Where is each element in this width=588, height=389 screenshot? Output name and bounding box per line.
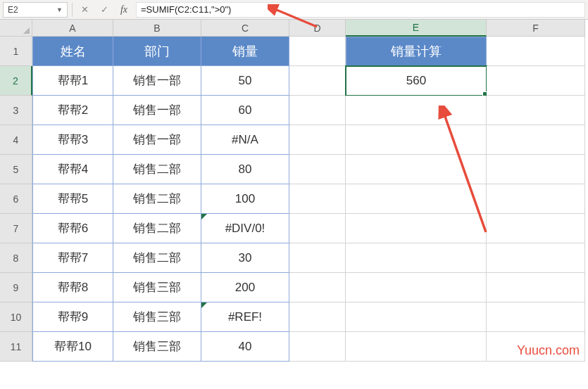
cell-C4[interactable]: #N/A: [201, 125, 289, 155]
enter-icon[interactable]: ✓: [96, 2, 112, 18]
table-row: 6帮帮5销售二部100: [0, 184, 588, 214]
separator: [72, 3, 73, 17]
cell-B6[interactable]: 销售二部: [113, 184, 201, 214]
cell-B8[interactable]: 销售二部: [113, 243, 201, 273]
cell-F8[interactable]: [487, 243, 585, 273]
cell-A6[interactable]: 帮帮5: [32, 184, 113, 214]
cell-D9[interactable]: [289, 273, 346, 302]
cell-E7[interactable]: [346, 214, 487, 243]
spreadsheet-grid: ABCDEF 1姓名部门销量销量计算2帮帮1销售一部505603帮帮2销售一部6…: [0, 20, 588, 362]
column-header-F[interactable]: F: [487, 20, 585, 37]
cell-E5[interactable]: [346, 155, 487, 184]
cell-E6[interactable]: [346, 184, 487, 214]
cell-D4[interactable]: [289, 125, 346, 155]
cell-C3[interactable]: 60: [201, 96, 289, 125]
cell-A10[interactable]: 帮帮9: [32, 302, 113, 332]
formula-bar: E2 ▼ ✕ ✓ fx =SUMIF(C2:C11,">0"): [0, 0, 588, 20]
cell-C2[interactable]: 50: [201, 66, 289, 96]
row-header-7[interactable]: 7: [0, 214, 32, 243]
row-header-6[interactable]: 6: [0, 184, 32, 214]
cell-D1[interactable]: [289, 37, 346, 66]
cell-D7[interactable]: [289, 214, 346, 243]
row-header-2[interactable]: 2: [0, 66, 32, 96]
cell-D2[interactable]: [289, 66, 346, 96]
cell-B5[interactable]: 销售二部: [113, 155, 201, 184]
column-header-B[interactable]: B: [113, 20, 201, 37]
cell-C9[interactable]: 200: [201, 273, 289, 302]
cell-D3[interactable]: [289, 96, 346, 125]
cell-C1[interactable]: 销量: [201, 37, 289, 66]
cell-A3[interactable]: 帮帮2: [32, 96, 113, 125]
cell-E8[interactable]: [346, 243, 487, 273]
cell-A4[interactable]: 帮帮3: [32, 125, 113, 155]
cell-E4[interactable]: [346, 125, 487, 155]
formula-input[interactable]: =SUMIF(C2:C11,">0"): [136, 2, 585, 18]
cell-B11[interactable]: 销售三部: [113, 332, 201, 362]
cell-B1[interactable]: 部门: [113, 37, 201, 66]
row-header-11[interactable]: 11: [0, 332, 32, 362]
cell-E11[interactable]: [346, 332, 487, 362]
cell-A8[interactable]: 帮帮7: [32, 243, 113, 273]
table-row: 1姓名部门销量销量计算: [0, 37, 588, 66]
cell-D6[interactable]: [289, 184, 346, 214]
cancel-icon[interactable]: ✕: [77, 2, 92, 18]
table-row: 5帮帮4销售二部80: [0, 155, 588, 184]
row-header-5[interactable]: 5: [0, 155, 32, 184]
cell-F2[interactable]: [487, 66, 585, 96]
row-header-1[interactable]: 1: [0, 37, 32, 66]
table-row: 9帮帮8销售三部200: [0, 273, 588, 302]
cell-F7[interactable]: [487, 214, 585, 243]
cell-F9[interactable]: [487, 273, 585, 302]
cell-E10[interactable]: [346, 302, 487, 332]
cell-F6[interactable]: [487, 184, 585, 214]
select-all-corner[interactable]: [0, 20, 32, 37]
cell-D11[interactable]: [289, 332, 346, 362]
cell-F5[interactable]: [487, 155, 585, 184]
row-header-9[interactable]: 9: [0, 273, 32, 302]
cell-A5[interactable]: 帮帮4: [32, 155, 113, 184]
chevron-down-icon[interactable]: ▼: [56, 6, 63, 13]
cell-F10[interactable]: [487, 302, 585, 332]
cell-E2[interactable]: 560: [346, 66, 487, 96]
column-header-A[interactable]: A: [32, 20, 113, 37]
cell-C11[interactable]: 40: [201, 332, 289, 362]
cell-A7[interactable]: 帮帮6: [32, 214, 113, 243]
cell-D8[interactable]: [289, 243, 346, 273]
cell-F3[interactable]: [487, 96, 585, 125]
cell-C10[interactable]: #REF!: [201, 302, 289, 332]
cell-B3[interactable]: 销售一部: [113, 96, 201, 125]
cell-F1[interactable]: [487, 37, 585, 66]
row-header-8[interactable]: 8: [0, 243, 32, 273]
cell-C6[interactable]: 100: [201, 184, 289, 214]
row-header-10[interactable]: 10: [0, 302, 32, 332]
table-row: 3帮帮2销售一部60: [0, 96, 588, 125]
cell-A9[interactable]: 帮帮8: [32, 273, 113, 302]
column-header-E[interactable]: E: [346, 20, 487, 37]
cell-A2[interactable]: 帮帮1: [32, 66, 113, 96]
table-row: 10帮帮9销售三部#REF!: [0, 302, 588, 332]
cell-D5[interactable]: [289, 155, 346, 184]
cell-E1[interactable]: 销量计算: [346, 37, 487, 66]
cell-D10[interactable]: [289, 302, 346, 332]
cell-C5[interactable]: 80: [201, 155, 289, 184]
name-box[interactable]: E2 ▼: [3, 2, 68, 18]
cell-B2[interactable]: 销售一部: [113, 66, 201, 96]
column-header-D[interactable]: D: [289, 20, 346, 37]
table-row: 2帮帮1销售一部50560: [0, 66, 588, 96]
cell-F4[interactable]: [487, 125, 585, 155]
cell-B9[interactable]: 销售三部: [113, 273, 201, 302]
cell-C8[interactable]: 30: [201, 243, 289, 273]
cell-B7[interactable]: 销售二部: [113, 214, 201, 243]
cell-A1[interactable]: 姓名: [32, 37, 113, 66]
cell-B10[interactable]: 销售三部: [113, 302, 201, 332]
cell-B4[interactable]: 销售一部: [113, 125, 201, 155]
cell-A11[interactable]: 帮帮10: [32, 332, 113, 362]
row-header-4[interactable]: 4: [0, 125, 32, 155]
cell-E9[interactable]: [346, 273, 487, 302]
fx-icon[interactable]: fx: [116, 2, 132, 18]
column-header-C[interactable]: C: [201, 20, 289, 37]
row-header-3[interactable]: 3: [0, 96, 32, 125]
cell-E3[interactable]: [346, 96, 487, 125]
table-row: 11帮帮10销售三部40: [0, 332, 588, 362]
cell-C7[interactable]: #DIV/0!: [201, 214, 289, 243]
